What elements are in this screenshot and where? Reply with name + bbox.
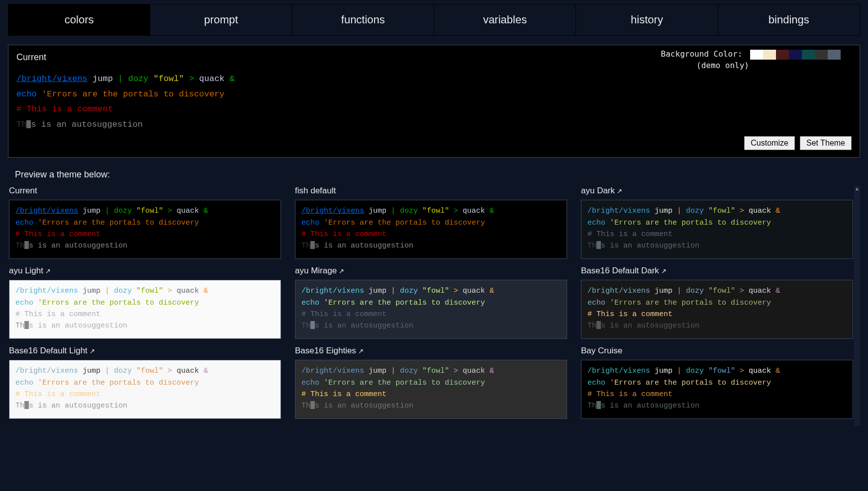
theme-title[interactable]: Base16 Default Light↗ xyxy=(9,346,281,356)
theme-title[interactable]: Base16 Eighties↗ xyxy=(295,346,567,356)
external-link-icon[interactable]: ↗ xyxy=(339,267,344,275)
bg-swatch[interactable] xyxy=(815,50,828,60)
scrollbar-up-icon[interactable]: ▲ xyxy=(854,186,860,192)
theme-name: ayu Mirage xyxy=(295,266,337,275)
theme-preview[interactable]: /bright/vixens jump | dozy "fowl" > quac… xyxy=(581,360,853,419)
theme-preview[interactable]: /bright/vixens jump | dozy "fowl" > quac… xyxy=(9,200,281,259)
bg-swatch[interactable] xyxy=(750,50,763,60)
theme-cell: ayu Light↗/bright/vixens jump | dozy "fo… xyxy=(9,266,281,339)
tab-history[interactable]: history xyxy=(576,4,718,35)
bg-swatch[interactable] xyxy=(776,50,789,60)
bg-swatch[interactable] xyxy=(828,50,841,60)
theme-name: fish default xyxy=(295,186,336,195)
theme-preview[interactable]: /bright/vixens jump | dozy "fowl" > quac… xyxy=(581,280,853,339)
bg-swatch[interactable] xyxy=(841,50,854,60)
theme-title[interactable]: fish default xyxy=(295,186,567,196)
theme-cell: Base16 Eighties↗/bright/vixens jump | do… xyxy=(295,346,567,419)
theme-preview[interactable]: /bright/vixens jump | dozy "fowl" > quac… xyxy=(9,280,281,339)
theme-name: Base16 Default Dark xyxy=(581,266,659,275)
theme-name: Base16 Default Light xyxy=(9,346,88,355)
theme-name: Bay Cruise xyxy=(581,346,622,355)
theme-cell: ayu Dark↗/bright/vixens jump | dozy "fow… xyxy=(581,186,853,259)
tab-prompt[interactable]: prompt xyxy=(150,4,292,35)
current-theme-preview: /bright/vixens jump | dozy "fowl" > quac… xyxy=(16,72,852,132)
external-link-icon[interactable]: ↗ xyxy=(617,187,622,195)
background-color-picker: Background Color: (demo only) xyxy=(661,49,854,70)
tab-functions[interactable]: functions xyxy=(292,4,434,35)
customize-button[interactable]: Customize xyxy=(744,136,795,150)
external-link-icon[interactable]: ↗ xyxy=(90,347,95,355)
set-theme-button[interactable]: Set Theme xyxy=(800,136,852,150)
theme-grid: Current/bright/vixens jump | dozy "fowl"… xyxy=(8,186,854,426)
theme-title[interactable]: Current xyxy=(9,186,281,196)
theme-name: ayu Light xyxy=(9,266,43,275)
theme-preview[interactable]: /bright/vixens jump | dozy "fowl" > quac… xyxy=(295,360,567,419)
theme-title[interactable]: ayu Dark↗ xyxy=(581,186,853,196)
theme-title[interactable]: Bay Cruise xyxy=(581,346,853,356)
theme-cell: fish default/bright/vixens jump | dozy "… xyxy=(295,186,567,259)
theme-cell: ayu Mirage↗/bright/vixens jump | dozy "f… xyxy=(295,266,567,339)
theme-name: ayu Dark xyxy=(581,186,615,195)
theme-preview[interactable]: /bright/vixens jump | dozy "fowl" > quac… xyxy=(295,280,567,339)
theme-cell: Base16 Default Light↗/bright/vixens jump… xyxy=(9,346,281,419)
bg-swatch[interactable] xyxy=(789,50,802,60)
theme-cell: Current/bright/vixens jump | dozy "fowl"… xyxy=(9,186,281,259)
theme-name: Current xyxy=(9,186,37,195)
theme-cell: Bay Cruise/bright/vixens jump | dozy "fo… xyxy=(581,346,853,419)
bg-swatch[interactable] xyxy=(763,50,776,60)
theme-title[interactable]: ayu Mirage↗ xyxy=(295,266,567,276)
theme-title[interactable]: ayu Light↗ xyxy=(9,266,281,276)
tab-colors[interactable]: colors xyxy=(8,4,150,35)
external-link-icon[interactable]: ↗ xyxy=(358,347,364,355)
demo-only-label: (demo only) xyxy=(661,61,749,70)
external-link-icon[interactable]: ↗ xyxy=(661,267,667,275)
theme-preview[interactable]: /bright/vixens jump | dozy "fowl" > quac… xyxy=(9,360,281,419)
tab-variables[interactable]: variables xyxy=(434,4,576,35)
theme-cell: Base16 Default Dark↗/bright/vixens jump … xyxy=(581,266,853,339)
current-theme-panel: Background Color: (demo only) Current /b… xyxy=(8,45,860,158)
theme-preview[interactable]: /bright/vixens jump | dozy "fowl" > quac… xyxy=(581,200,853,259)
theme-title[interactable]: Base16 Default Dark↗ xyxy=(581,266,853,276)
tab-bar: colors prompt functions variables histor… xyxy=(8,4,860,36)
background-color-label: Background Color: xyxy=(661,49,743,59)
preview-theme-label: Preview a theme below: xyxy=(15,169,860,180)
tab-bindings[interactable]: bindings xyxy=(718,4,860,35)
bg-swatch[interactable] xyxy=(802,50,815,60)
theme-preview[interactable]: /bright/vixens jump | dozy "fowl" > quac… xyxy=(295,200,567,259)
external-link-icon[interactable]: ↗ xyxy=(45,267,51,275)
theme-name: Base16 Eighties xyxy=(295,346,356,355)
